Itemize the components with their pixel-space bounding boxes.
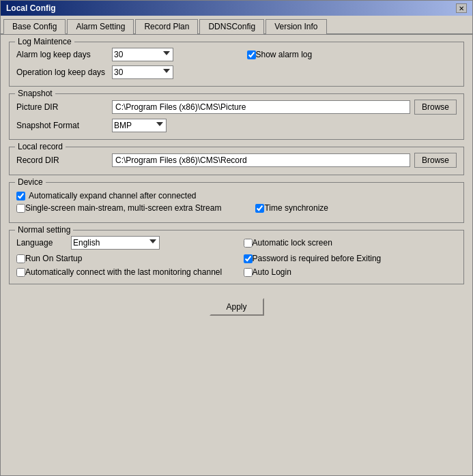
snapshot-format-row: Snapshot Format BMP JPG PNG <box>16 119 457 132</box>
run-startup-checkbox[interactable] <box>16 254 25 263</box>
language-select[interactable]: English Chinese <box>71 236 160 250</box>
alarm-log-label: Alarm log keep days <box>16 50 112 59</box>
auto-lock-checkbox[interactable] <box>244 239 253 248</box>
local-record-label: Local record <box>15 142 66 151</box>
operation-log-days-select[interactable]: 30 60 90 <box>112 65 173 79</box>
tab-alarm-setting[interactable]: Alarm Setting <box>67 19 134 34</box>
device-second-row: Single-screen main-stream, multi-screen … <box>16 203 457 213</box>
auto-lock-label: Automatic lock screen <box>253 238 332 248</box>
log-maintence-group: Log Maintence Alarm log keep days 30 60 … <box>9 42 464 87</box>
device-section: Automatically expand channel after conne… <box>16 188 457 213</box>
auto-expand-row: Automatically expand channel after conne… <box>16 191 457 200</box>
time-sync-label: Time synchronize <box>264 203 328 213</box>
auto-login-checkbox[interactable] <box>244 268 253 277</box>
operation-log-label: Operation log keep days <box>16 68 112 77</box>
record-dir-input[interactable] <box>112 153 410 167</box>
picture-browse-button[interactable]: Browse <box>414 100 457 115</box>
tab-record-plan[interactable]: Record Plan <box>135 19 198 34</box>
alarm-log-row: Alarm log keep days 30 60 90 Show alarm … <box>16 48 457 61</box>
run-startup-label: Run On Startup <box>25 254 82 263</box>
snapshot-format-label: Snapshot Format <box>16 121 112 130</box>
tab-base-config[interactable]: Base Config <box>3 19 66 34</box>
window-title: Local Config <box>6 3 56 13</box>
password-required-checkbox[interactable] <box>244 254 253 263</box>
picture-dir-row: Picture DIR Browse <box>16 100 457 115</box>
snapshot-label: Snapshot <box>15 89 55 98</box>
alarm-log-days-select[interactable]: 30 60 90 <box>112 48 173 61</box>
tab-version-info[interactable]: Version Info <box>266 19 326 34</box>
tab-ddns-config[interactable]: DDNSConfig <box>199 19 264 34</box>
show-alarm-log-checkbox[interactable] <box>247 50 256 59</box>
local-record-group: Local record Record DIR Browse <box>9 147 464 175</box>
picture-dir-label: Picture DIR <box>16 102 112 112</box>
normal-setting-group: Normal setting Language English Chinese … <box>9 230 464 284</box>
show-alarm-log-label: Show alarm log <box>256 50 313 59</box>
record-dir-label: Record DIR <box>16 155 112 165</box>
auto-connect-checkbox[interactable] <box>16 268 25 277</box>
tab-bar: Base Config Alarm Setting Record Plan DD… <box>1 16 472 35</box>
main-window: Local Config ✕ Base Config Alarm Setting… <box>0 0 473 476</box>
auto-connect-label: Automatically connect with the last moni… <box>25 267 222 277</box>
apply-button[interactable]: Apply <box>210 298 264 316</box>
operation-log-row: Operation log keep days 30 60 90 <box>16 65 457 79</box>
normal-setting-label: Normal setting <box>15 225 73 235</box>
close-button[interactable]: ✕ <box>456 3 467 13</box>
record-browse-button[interactable]: Browse <box>414 153 457 168</box>
snapshot-group: Snapshot Picture DIR Browse Snapshot For… <box>9 93 464 140</box>
startup-password-row: Run On Startup Password is required befo… <box>16 254 457 263</box>
picture-dir-input[interactable] <box>112 100 410 114</box>
record-dir-row: Record DIR Browse <box>16 153 457 168</box>
autoconnect-autologin-row: Automatically connect with the last moni… <box>16 267 457 277</box>
password-required-label: Password is required before Exiting <box>253 254 382 263</box>
log-maintence-label: Log Maintence <box>15 37 74 46</box>
device-group: Device Automatically expand channel afte… <box>9 182 464 223</box>
auto-expand-label: Automatically expand channel after conne… <box>29 191 197 200</box>
language-row: Language English Chinese Automatic lock … <box>16 236 457 250</box>
content-area: Log Maintence Alarm log keep days 30 60 … <box>1 35 472 475</box>
language-label: Language <box>16 238 71 248</box>
snapshot-format-select[interactable]: BMP JPG PNG <box>112 119 167 132</box>
single-screen-checkbox[interactable] <box>16 204 25 213</box>
single-screen-label: Single-screen main-stream, multi-screen … <box>25 203 221 213</box>
auto-login-label: Auto Login <box>253 267 291 277</box>
auto-expand-checkbox[interactable] <box>16 192 25 200</box>
time-sync-checkbox[interactable] <box>255 204 264 213</box>
apply-row: Apply <box>9 298 464 329</box>
device-label: Device <box>15 177 46 187</box>
title-bar: Local Config ✕ <box>1 1 472 16</box>
